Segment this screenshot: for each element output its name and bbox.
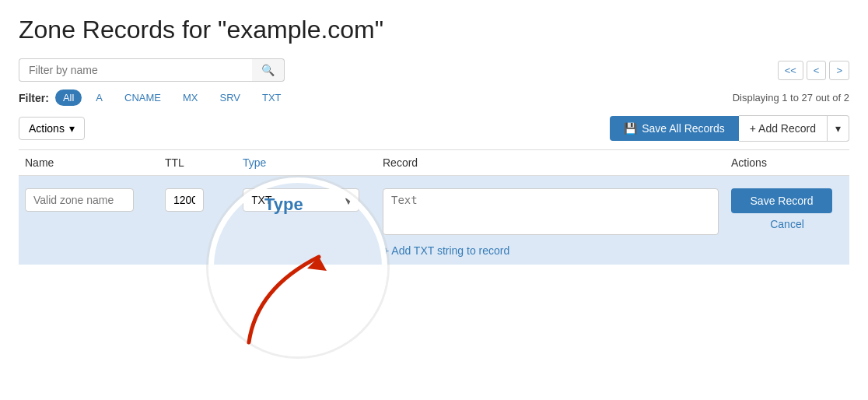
filter-mx-button[interactable]: MX — [175, 89, 206, 106]
add-record-caret-button[interactable]: ▾ — [828, 115, 849, 142]
save-icon: 💾 — [624, 122, 637, 135]
search-input[interactable] — [19, 58, 252, 82]
record-cell: + Add TXT string to record — [376, 184, 725, 257]
table-header: Name TTL Type Record Actions — [19, 149, 849, 176]
display-info: Displaying 1 to 27 out of 2 — [733, 92, 849, 104]
name-cell — [19, 184, 159, 212]
add-txt-string-link[interactable]: + Add TXT string to record — [383, 244, 719, 257]
ttl-input[interactable] — [165, 188, 204, 212]
col-type: Type — [236, 156, 376, 169]
filter-left: Filter: All A CNAME MX SRV TXT — [19, 89, 289, 106]
search-area: 🔍 — [19, 58, 285, 82]
search-button[interactable]: 🔍 — [252, 58, 285, 82]
pagination-first-button[interactable]: << — [778, 61, 803, 80]
page-title: Zone Records for "example.com" — [19, 16, 849, 44]
col-name: Name — [19, 156, 159, 169]
row-actions-cell: Save Record Cancel — [725, 184, 849, 230]
new-record-row: TXT A CNAME MX SRV ▾ + Add TXT string to… — [19, 176, 849, 265]
add-record-caret-icon: ▾ — [835, 122, 841, 135]
save-all-records-button[interactable]: 💾 Save All Records — [610, 116, 739, 141]
pagination-area: << < > — [778, 61, 849, 80]
record-textarea[interactable] — [383, 188, 719, 235]
save-all-label: Save All Records — [642, 122, 725, 135]
name-input[interactable] — [25, 188, 134, 212]
action-bar: Actions ▾ 💾 Save All Records + Add Recor… — [19, 115, 849, 149]
filter-bar: Filter: All A CNAME MX SRV TXT Displayin… — [19, 89, 849, 106]
filter-srv-button[interactable]: SRV — [212, 89, 248, 106]
filter-txt-button[interactable]: TXT — [254, 89, 289, 106]
save-record-button[interactable]: Save Record — [731, 188, 832, 213]
actions-caret-icon: ▾ — [69, 122, 75, 135]
type-select[interactable]: TXT A CNAME MX SRV — [243, 188, 359, 212]
add-record-label: + Add Record — [750, 122, 816, 135]
filter-all-button[interactable]: All — [55, 89, 82, 106]
add-record-button[interactable]: + Add Record — [739, 115, 828, 142]
right-actions: 💾 Save All Records + Add Record ▾ — [610, 115, 849, 142]
pagination-prev-button[interactable]: < — [807, 61, 827, 80]
type-select-wrapper: TXT A CNAME MX SRV ▾ — [243, 188, 359, 212]
filter-label: Filter: — [19, 92, 49, 104]
col-ttl: TTL — [159, 156, 236, 169]
type-cell: TXT A CNAME MX SRV ▾ — [236, 184, 376, 212]
pagination-next-button[interactable]: > — [829, 61, 849, 80]
filter-cname-button[interactable]: CNAME — [117, 89, 169, 106]
top-bar: 🔍 << < > — [19, 58, 849, 82]
ttl-type-cell — [159, 184, 236, 212]
filter-a-button[interactable]: A — [88, 89, 110, 106]
actions-dropdown-button[interactable]: Actions ▾ — [19, 117, 85, 140]
col-record: Record — [376, 156, 725, 169]
cancel-link[interactable]: Cancel — [731, 218, 843, 230]
col-actions: Actions — [725, 156, 849, 169]
actions-label: Actions — [29, 122, 65, 135]
